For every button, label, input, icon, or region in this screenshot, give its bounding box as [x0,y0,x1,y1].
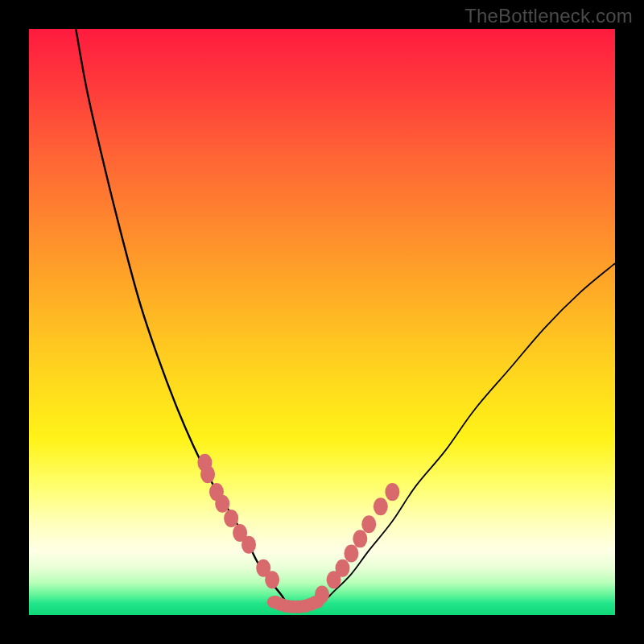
data-dot [242,536,256,554]
right-dots-group [315,483,399,603]
data-dot [215,495,229,513]
left-curve [76,29,292,609]
data-dot [385,483,399,501]
data-dot [265,571,279,588]
data-dot [353,530,367,547]
left-dots-group [197,454,279,589]
data-dot [361,515,376,533]
data-dot [344,545,358,563]
data-dot [224,510,238,527]
chart-frame: TheBottleneck.com [0,0,644,644]
plot-area [29,29,615,615]
watermark-label: TheBottleneck.com [464,5,633,27]
data-dot [308,596,324,609]
data-dot [374,497,388,515]
data-dot [200,465,215,483]
curves-svg [29,29,615,615]
data-dot [335,559,349,577]
bottom-band-group [267,596,324,613]
